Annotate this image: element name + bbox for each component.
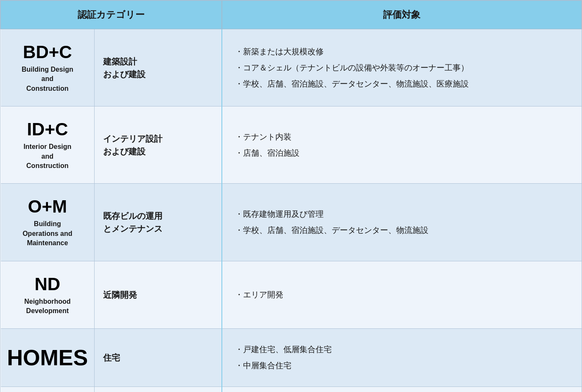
category-code: BD+C — [7, 42, 88, 62]
category-code: ID+C — [7, 119, 88, 140]
category-code-cell: HOMES — [1, 329, 95, 387]
category-code-subtitle: Interior Design and Construction — [7, 142, 88, 171]
target-item: ・エリア開発 — [235, 287, 569, 303]
table-row: O+MBuilding Operations and Maintenance既存… — [1, 184, 582, 261]
category-code: ND — [7, 274, 88, 294]
category-code-cell: O+MBuilding Operations and Maintenance — [1, 184, 95, 261]
target-item: ・戸建住宅、低層集合住宅 — [235, 342, 569, 358]
target-item: ・学校、店舗、宿泊施設、データセンター、物流施設、医療施設 — [235, 76, 569, 92]
category-code-subtitle: Neighborhood Development — [7, 297, 88, 316]
header-category: 認証カテゴリー — [1, 1, 222, 29]
category-code: O+M — [7, 196, 88, 217]
category-name-cell: 住宅 — [95, 329, 222, 387]
category-code-cell: ID+CInterior Design and Construction — [1, 106, 95, 184]
target-item: ・テナント内装 — [235, 129, 569, 145]
category-name-cell: 既存ビルの運用 とメンテナンス — [95, 184, 222, 261]
category-code-subtitle: Building Operations and Maintenance — [7, 219, 88, 248]
category-targets-cell: ・新築または大規模改修・コア＆シェル（テナントビルの設備や外装等のオーナー工事）… — [222, 29, 582, 106]
target-item: ・既存建物運用及び管理 — [235, 206, 569, 222]
table-row: NDNeighborhood Development近隣開発・エリア開発 — [1, 261, 582, 329]
target-item: ・学校、店舗、宿泊施設、データセンター、物流施設 — [235, 222, 569, 238]
category-code-cell: BD+CBuilding Design and Construction — [1, 29, 95, 106]
category-targets-cell: ・戸建住宅、低層集合住宅・中層集合住宅 — [222, 329, 582, 387]
category-name-cell: インテリア設計 および建設 — [95, 106, 222, 184]
table-row: BD+CBuilding Design and Construction建築設計… — [1, 29, 582, 106]
category-name-cell: 都市・ コミュニティ — [95, 387, 222, 392]
table-row: HOMES住宅・戸建住宅、低層集合住宅・中層集合住宅 — [1, 329, 582, 387]
category-targets-cell: ・テナント内装・店舗、宿泊施設 — [222, 106, 582, 184]
table-row: Cities and Communities都市・ コミュニティ・都市、コミュニ… — [1, 387, 582, 392]
target-item: ・コア＆シェル（テナントビルの設備や外装等のオーナー工事） — [235, 60, 569, 76]
category-targets-cell: ・既存建物運用及び管理・学校、店舗、宿泊施設、データセンター、物流施設 — [222, 184, 582, 261]
category-name-cell: 近隣開発 — [95, 261, 222, 329]
category-targets-cell: ・都市、コミュニティ — [222, 387, 582, 392]
target-item: ・中層集合住宅 — [235, 358, 569, 374]
category-code: HOMES — [7, 345, 88, 370]
category-name-cell: 建築設計 および建設 — [95, 29, 222, 106]
category-code-cell: NDNeighborhood Development — [1, 261, 95, 329]
category-code-cell: Cities and Communities — [1, 387, 95, 392]
target-item: ・新築または大規模改修 — [235, 44, 569, 60]
category-code-subtitle: Building Design and Construction — [7, 65, 88, 93]
target-item: ・店舗、宿泊施設 — [235, 145, 569, 161]
category-targets-cell: ・エリア開発 — [222, 261, 582, 329]
header-targets: 評価対象 — [222, 1, 582, 29]
table-row: ID+CInterior Design and Constructionインテリ… — [1, 106, 582, 184]
